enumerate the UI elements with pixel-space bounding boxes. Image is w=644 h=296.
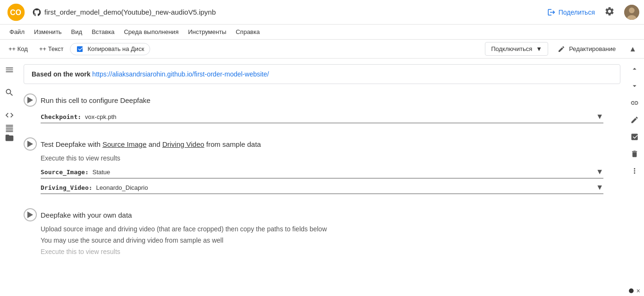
sidebar-table-icon[interactable] — [2, 121, 17, 136]
move-up-icon[interactable] — [628, 62, 641, 76]
cell-own-data-header: Deepfake with your own data — [24, 208, 620, 221]
copy-drive-button[interactable]: Копировать на Диск — [70, 43, 150, 55]
connect-label: Подключиться — [491, 45, 532, 52]
status-dot — [629, 288, 634, 293]
add-code-label: + Код — [12, 45, 28, 52]
connect-button[interactable]: Подключиться ▼ — [485, 42, 548, 56]
checkpoint-label: Checkpoint: — [41, 113, 81, 120]
driving-video-dropdown[interactable]: Driving_Video: Leonardo_Dicaprio ▼ — [41, 181, 603, 194]
cell-run-button-3[interactable] — [24, 208, 37, 221]
cell-own-data-title: Deepfake with your own data — [41, 211, 132, 219]
cell-configure-title: Run this cell to configure Deepfake — [41, 96, 151, 104]
source-image-arrow: ▼ — [596, 168, 603, 176]
info-bar: Based on the work https://aliaksandrsiar… — [24, 64, 620, 84]
svg-marker-6 — [27, 97, 33, 103]
github-icon: first_order_model_demo(Youtube)_new-audi… — [32, 8, 216, 17]
close-bottom-icon[interactable]: × — [636, 287, 640, 295]
share-label: Поделиться — [559, 8, 595, 16]
add-text-label: + Текст — [43, 45, 64, 52]
expand-icon[interactable] — [628, 130, 641, 144]
svg-text:CO: CO — [10, 8, 21, 17]
toolbar: + + Код + + Текст Копировать на Диск Под… — [0, 40, 644, 59]
info-link[interactable]: https://aliaksandrsiarohin.github.io/fir… — [92, 70, 269, 78]
cell-test: Test Deepfake with Source Image and Driv… — [24, 134, 620, 201]
source-image-dropdown[interactable]: Source_Image: Statue ▼ — [41, 166, 603, 178]
add-code-button[interactable]: + + Код — [4, 43, 33, 54]
cell-own-data-line-2: You may use the source and driving video… — [41, 237, 620, 244]
cell-configure-header: Run this cell to configure Deepfake — [24, 93, 620, 107]
move-down-icon[interactable] — [628, 79, 641, 93]
topbar-right: Поделиться — [547, 4, 639, 20]
bottom-bar: × — [606, 286, 644, 296]
driving-video-arrow: ▼ — [596, 183, 603, 192]
colab-logo: CO — [5, 1, 27, 24]
cell-run-button-1[interactable] — [24, 93, 37, 107]
menu-tools[interactable]: Инструменты — [184, 26, 230, 37]
right-action-bar — [625, 59, 644, 178]
main-content: Based on the work https://aliaksandrsiar… — [20, 59, 624, 285]
checkpoint-dropdown[interactable]: Checkpoint: vox-cpk.pth ▼ — [41, 110, 603, 123]
menu-edit[interactable]: Изменить — [30, 26, 66, 37]
plus-icon: + — [8, 45, 12, 52]
edit-mode-button[interactable]: Редактирование — [552, 42, 621, 56]
source-image-value: Statue — [93, 169, 596, 176]
drive-icon — [76, 45, 84, 53]
svg-marker-8 — [27, 211, 33, 218]
pencil-icon — [558, 45, 565, 53]
avatar[interactable] — [624, 5, 639, 20]
cell-run-button-2[interactable] — [24, 137, 37, 151]
svg-marker-7 — [27, 141, 33, 147]
plus-icon-text: + — [39, 45, 43, 52]
menu-help[interactable]: Справка — [232, 26, 263, 37]
cell-own-data-line-1: Upload source image and driving video (t… — [41, 225, 620, 233]
source-image-label: Source_Image: — [41, 169, 89, 176]
cell-configure: Run this cell to configure Deepfake Chec… — [24, 90, 620, 130]
menubar: Файл Изменить Вид Вставка Среда выполнен… — [0, 25, 644, 40]
topbar: CO first_order_model_demo(Youtube)_new-a… — [0, 0, 644, 25]
checkpoint-arrow: ▼ — [596, 112, 603, 121]
share-button[interactable]: Поделиться — [547, 8, 595, 17]
cell-test-title: Test Deepfake with Source Image and Driv… — [41, 140, 261, 148]
driving-video-link: Driving Video — [162, 140, 204, 148]
sidebar-menu-icon[interactable] — [2, 62, 17, 77]
driving-video-label: Driving_Video: — [41, 184, 93, 191]
cell-own-data: Deepfake with your own data Upload sourc… — [24, 204, 620, 263]
cell-own-data-line-3: Execute this to view results — [41, 248, 620, 255]
checkpoint-value: vox-cpk.pth — [85, 113, 596, 120]
toolbar-right: Подключиться ▼ Редактирование ▲ — [485, 42, 640, 56]
cell-test-subtitle: Execute this to view results — [41, 154, 620, 162]
cell-test-header: Test Deepfake with Source Image and Driv… — [24, 137, 620, 151]
connect-chevron: ▼ — [536, 45, 542, 52]
more-options-icon[interactable] — [628, 164, 641, 178]
edit-cell-icon[interactable] — [628, 113, 641, 127]
menu-runtime[interactable]: Среда выполнения — [120, 26, 182, 37]
collapse-button[interactable]: ▲ — [625, 43, 640, 55]
menu-file[interactable]: Файл — [6, 26, 28, 37]
info-prefix: Based on the work — [32, 70, 92, 78]
menu-insert[interactable]: Вставка — [88, 26, 118, 37]
add-text-button[interactable]: + + Текст — [34, 43, 68, 54]
link-icon[interactable] — [628, 96, 641, 110]
edit-label: Редактирование — [569, 45, 616, 52]
notebook-title: first_order_model_demo(Youtube)_new-audi… — [44, 8, 216, 16]
settings-icon[interactable] — [602, 4, 617, 20]
source-image-link: Source Image — [102, 140, 146, 148]
copy-drive-label: Копировать на Диск — [87, 45, 144, 52]
menu-view[interactable]: Вид — [68, 26, 86, 37]
svg-point-4 — [629, 8, 635, 13]
driving-video-value: Leonardo_Dicaprio — [96, 184, 596, 191]
delete-icon[interactable] — [628, 147, 641, 161]
sidebar-search-icon[interactable] — [2, 85, 17, 100]
left-sidebar — [0, 59, 19, 145]
